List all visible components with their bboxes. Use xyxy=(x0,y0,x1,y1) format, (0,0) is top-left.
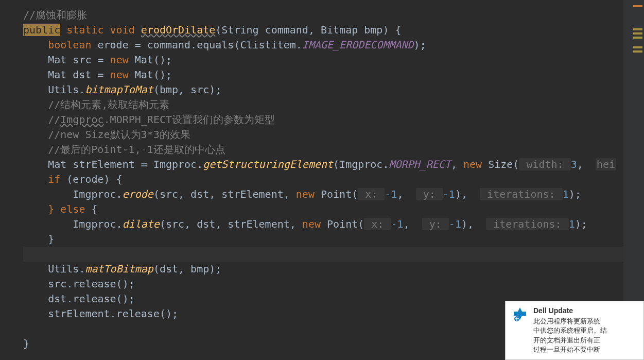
caret-line xyxy=(23,247,644,262)
minimap-marker xyxy=(633,5,642,7)
minimap-marker xyxy=(633,37,642,39)
dell-update-icon xyxy=(512,306,528,323)
code-editor[interactable]: //腐蚀和膨胀 public static void erodOrDilate(… xyxy=(0,0,644,351)
dell-update-notification[interactable]: Dell Update 此公用程序将更新系统 中供您的系统程重启。结 开的文档并… xyxy=(505,301,644,360)
method-name: erodOrDilate xyxy=(141,24,216,36)
minimap-marker xyxy=(633,32,642,35)
param-hint: width: xyxy=(519,158,570,170)
notification-title: Dell Update xyxy=(533,306,637,315)
comment: //腐蚀和膨胀 xyxy=(23,9,87,21)
minimap-marker xyxy=(633,50,642,53)
keyword-public: public xyxy=(23,24,60,36)
minimap-marker xyxy=(633,46,642,48)
notification-body: 此公用程序将更新系统 中供您的系统程重启。结 开的文档并退出所有正 过程一旦开始… xyxy=(533,317,637,354)
minimap-marker xyxy=(633,28,642,30)
